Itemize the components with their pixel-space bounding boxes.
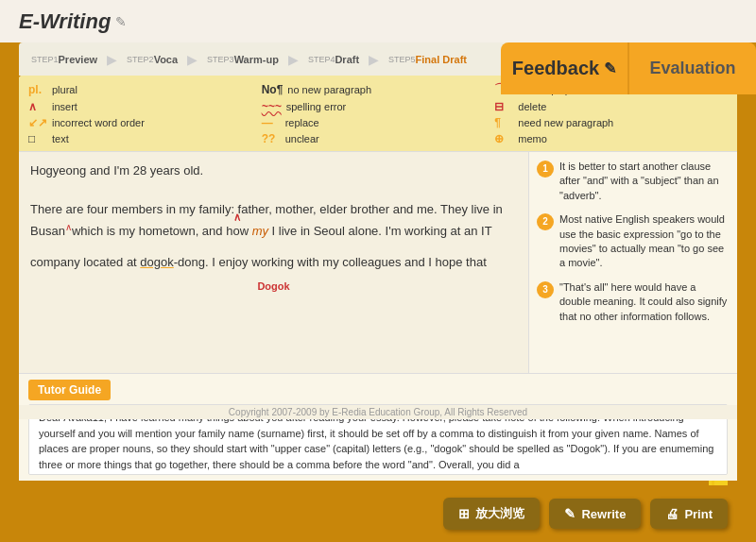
step-draft[interactable]: STEP4 Draft xyxy=(301,54,367,65)
evaluation-tab[interactable]: Evaluation xyxy=(629,59,756,78)
print-icon: 🖨 xyxy=(665,506,679,521)
step-arrow-4: ▶ xyxy=(369,52,379,67)
legend-word-order: ↙↗ incorrect word order xyxy=(28,116,262,129)
replace-label: replace xyxy=(285,117,319,128)
new-paragraph-label: need new paragraph xyxy=(518,117,613,128)
step-arrow-2: ▶ xyxy=(187,52,198,67)
rewrite-icon: ✎ xyxy=(564,506,576,521)
essay-paragraph-3: company located at dogok-dong. I enjoy w… xyxy=(30,253,517,273)
evaluation-label: Evaluation xyxy=(649,59,735,78)
unclear-label: unclear xyxy=(285,133,319,144)
enlarge-icon: ⊞ xyxy=(458,506,470,521)
essay-area[interactable]: Hogyeong and I'm 28 years old. There are… xyxy=(19,152,529,373)
feedback-num-1: 1 xyxy=(537,161,554,178)
memo-symbol: ⊕ xyxy=(494,132,513,145)
insert-symbol: ∧ xyxy=(28,100,47,113)
legend-delete: ⊟ delete xyxy=(494,100,728,113)
feedback-pencil-icon: ✎ xyxy=(604,59,616,77)
legend-new-paragraph: ¶ need new paragraph xyxy=(494,116,728,129)
text-label: text xyxy=(52,133,69,144)
memo-label: memo xyxy=(518,133,547,144)
feedback-num-2: 2 xyxy=(537,213,554,230)
essay-paragraph-2: There are four members in my family: fat… xyxy=(30,200,517,242)
feedback-text-3: "That's all" here would have a double me… xyxy=(559,280,730,324)
step-final-draft[interactable]: STEP5 Final Draft xyxy=(381,54,474,65)
enlarge-label: 放大浏览 xyxy=(475,505,524,522)
legend-memo: ⊕ memo xyxy=(494,132,728,145)
title-bar: E-Writing ✎ xyxy=(0,0,756,42)
main-content-area: pl. plural No¶ no new paragraph ⌒ close … xyxy=(19,76,737,481)
feedback-num-3: 3 xyxy=(537,281,554,298)
delete-label: delete xyxy=(518,101,546,112)
title-edit-icon: ✎ xyxy=(115,14,127,29)
step-voca[interactable]: STEP2 Voca xyxy=(119,54,185,65)
delete-symbol: ⊟ xyxy=(494,100,513,113)
step-preview[interactable]: STEP1 Preview xyxy=(24,54,105,65)
step-arrow-3: ▶ xyxy=(288,52,299,67)
legend-no-paragraph: No¶ no new paragraph xyxy=(262,81,495,97)
rewrite-label: Rewrite xyxy=(581,507,626,521)
word-order-symbol: ↙↗ xyxy=(28,116,47,129)
feedback-panel[interactable]: 1 It is better to start another clause a… xyxy=(529,152,737,373)
dogok-text: dogok xyxy=(140,255,173,269)
legend-insert: ∧ insert xyxy=(28,100,262,113)
plural-label: plural xyxy=(52,84,77,95)
feedback-item-3: 3 "That's all" here would have a double … xyxy=(537,280,730,324)
legend-replace: — replace xyxy=(262,116,495,129)
text-symbol: □ xyxy=(28,132,47,145)
feedback-tab[interactable]: Feedback ✎ xyxy=(501,42,629,94)
rewrite-button[interactable]: ✎ Rewrite xyxy=(549,499,641,529)
feedback-item-2: 2 Most native English speakers would use… xyxy=(537,212,730,271)
feedback-text-1: It is better to start another clause aft… xyxy=(559,160,730,203)
no-paragraph-label: no new paragraph xyxy=(287,84,371,95)
feedback-label: Feedback xyxy=(512,58,599,79)
spelling-symbol: ~~~ xyxy=(262,100,282,113)
unclear-symbol: ?? xyxy=(262,132,281,145)
step-warmup[interactable]: STEP3 Warm-up xyxy=(199,54,286,65)
feedback-evaluation-header: Feedback ✎ Evaluation xyxy=(501,42,756,94)
app-title: E-Writing xyxy=(19,9,111,34)
new-paragraph-symbol: ¶ xyxy=(494,116,513,129)
bottom-action-bar: ⊞ 放大浏览 ✎ Rewrite 🖨 Print xyxy=(0,485,756,542)
plural-symbol: pl. xyxy=(28,83,47,96)
no-paragraph-symbol: No¶ xyxy=(262,83,284,96)
word-order-label: incorrect word order xyxy=(52,117,145,128)
essay-text: Hogyeong and I'm 28 years old. There are… xyxy=(30,161,517,296)
dogok-annotation: Dogok xyxy=(257,280,289,292)
feedback-text-2: Most native English speakers would use t… xyxy=(559,212,730,271)
insert-label: insert xyxy=(52,101,77,112)
tutor-guide-header: Tutor Guide xyxy=(28,380,111,400)
feedback-item-1: 1 It is better to start another clause a… xyxy=(537,160,730,203)
print-label: Print xyxy=(684,507,713,521)
essay-paragraph-1: Hogyeong and I'm 28 years old. xyxy=(30,161,517,181)
content-split: Hogyeong and I'm 28 years old. There are… xyxy=(19,152,737,373)
print-button[interactable]: 🖨 Print xyxy=(650,499,728,529)
copyright-text: Copyright 2007-2009 by E-Redia Education… xyxy=(19,405,737,419)
legend-spelling: ~~~ spelling error xyxy=(262,100,495,113)
legend-text: □ text xyxy=(28,132,262,145)
legend-unclear: ?? unclear xyxy=(262,132,495,145)
spelling-label: spelling error xyxy=(286,101,347,112)
replace-symbol: — xyxy=(262,116,281,129)
step-arrow-1: ▶ xyxy=(107,52,117,67)
tutor-guide-section: Tutor Guide Dear Avaka11, I have learned… xyxy=(19,373,737,481)
legend-plural: pl. plural xyxy=(28,81,262,97)
enlarge-button[interactable]: ⊞ 放大浏览 xyxy=(443,498,540,530)
